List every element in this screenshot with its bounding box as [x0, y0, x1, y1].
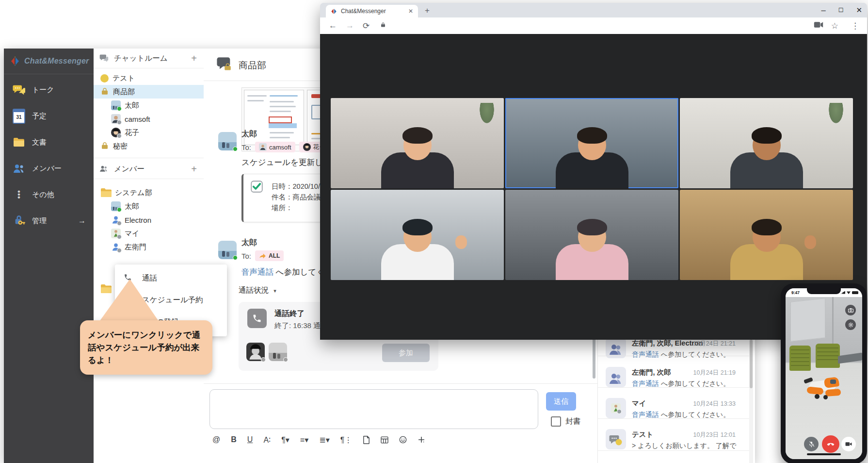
seal-checkbox[interactable]: [551, 416, 561, 427]
messages-scrollbar[interactable]: [749, 333, 753, 463]
voice-call-link[interactable]: 音声通話: [241, 267, 273, 276]
sidebar-item-label: トーク: [32, 85, 54, 95]
paragraph-icon[interactable]: ¶▾: [281, 435, 289, 445]
office-chair: [816, 344, 840, 368]
chatroom-item-花子[interactable]: 花子: [94, 126, 204, 139]
insert-document-icon[interactable]: [363, 436, 370, 444]
document-folder-icon: [13, 136, 25, 149]
maximize-button[interactable]: ☐: [838, 7, 844, 14]
video-tile-4[interactable]: [331, 190, 504, 280]
sidebar-item-2[interactable]: 31予定: [4, 104, 94, 128]
chat-scrollbar[interactable]: [593, 335, 595, 379]
recipient-chip-all[interactable]: ALL: [255, 250, 284, 261]
insert-table-icon[interactable]: [381, 436, 388, 444]
close-button[interactable]: ✕: [856, 6, 862, 15]
sidebar-item-5[interactable]: •••その他: [4, 182, 94, 207]
lock-avatar: [100, 141, 109, 151]
lock-icon: [380, 21, 386, 31]
settings-button[interactable]: [845, 319, 856, 330]
voice-call-link[interactable]: 音声通話: [632, 380, 659, 387]
voice-call-link[interactable]: 音声通話: [632, 350, 659, 358]
gray-presence-dot: [117, 133, 122, 138]
list-item-date: 10月24日 21:19: [693, 369, 736, 377]
at-sign-icon[interactable]: @: [212, 435, 220, 444]
insert-more-icon[interactable]: [418, 436, 425, 444]
member-item-マイ[interactable]: マイ: [94, 227, 204, 240]
sidebar-item-6[interactable]: 管理→: [4, 209, 94, 233]
schedule-subject: 件名：商品会議: [272, 192, 328, 202]
context-menu-label: 通話: [142, 273, 157, 283]
chatroom-header: チャットルーム +: [94, 49, 204, 68]
video-tile-3[interactable]: [680, 98, 853, 188]
duo-blue-avatar: [609, 372, 623, 382]
divider: [204, 383, 597, 384]
chatroom-item-camsoft[interactable]: camsoft: [94, 112, 204, 126]
person-hair: [752, 127, 782, 144]
chatroom-item-太郎[interactable]: 太郎: [94, 99, 204, 112]
member-item-左衛門[interactable]: 左衛門: [94, 240, 204, 254]
underline-icon[interactable]: U: [247, 435, 253, 444]
video-tile-5[interactable]: [505, 190, 678, 280]
phone-camera-button[interactable]: [841, 437, 856, 451]
app-logo-text: Chat&Messenger: [24, 57, 89, 66]
voice-call-link[interactable]: 音声通話: [632, 411, 659, 418]
paragraph-options-icon[interactable]: ¶⋮: [340, 435, 353, 445]
message-list-item-4[interactable]: テスト10月23日 12:01> よろしくお願いします。 了解で: [598, 425, 749, 454]
emoji-icon[interactable]: [399, 436, 407, 444]
bold-icon[interactable]: B: [231, 435, 237, 444]
reload-button[interactable]: ⟳: [363, 21, 370, 31]
message-list-item-2[interactable]: 左衛門, 次郎10月24日 21:19音声通話 へ参加してください。: [598, 363, 749, 392]
sidebar-item-4[interactable]: メンバー: [4, 156, 94, 181]
browser-tab[interactable]: Chat&Messenger ✕: [326, 5, 418, 17]
sidebar-item-1[interactable]: トーク: [4, 78, 94, 102]
participant-avatar: [246, 343, 265, 361]
send-button[interactable]: 送信: [546, 392, 576, 411]
forward-button[interactable]: →: [346, 21, 354, 31]
member-item-システム部[interactable]: システム部: [94, 186, 204, 199]
bookmark-star-icon[interactable]: ☆: [831, 21, 838, 31]
tooltip-text: メンバーにワンクリックで通話やスケジュール予約が出来るよ！: [88, 329, 205, 367]
chatroom-item-商品部[interactable]: 商品部: [94, 85, 204, 99]
tab-favicon: [331, 8, 337, 15]
tab-close-icon[interactable]: ✕: [408, 8, 413, 15]
chatroom-item-テスト[interactable]: テスト: [94, 71, 204, 85]
call-status-toggle[interactable]: 通話状況 ▾: [239, 285, 276, 296]
participant-avatar: [269, 343, 287, 361]
tab-title: Chat&Messenger: [341, 8, 408, 15]
video-tile-6[interactable]: [680, 190, 853, 280]
phone-mic-muted-button[interactable]: [804, 437, 819, 451]
new-tab-button[interactable]: +: [425, 6, 430, 16]
member-item-太郎[interactable]: 太郎: [94, 199, 204, 213]
sidebar-item-3[interactable]: 文書: [4, 130, 94, 154]
list-avatar: [606, 429, 626, 449]
message-input[interactable]: [209, 389, 538, 429]
phone-screen: 9:47: [786, 288, 862, 459]
video-tile-1[interactable]: [331, 98, 504, 188]
gray-presence-dot: [117, 120, 122, 125]
waving-hand: [804, 235, 816, 249]
member-item-Electron[interactable]: Electron: [94, 213, 204, 227]
back-button[interactable]: ←: [329, 21, 337, 31]
phone-hangup-button[interactable]: [822, 435, 839, 453]
flip-camera-button[interactable]: [845, 305, 856, 315]
sidebar-item-label: 文書: [32, 138, 47, 147]
preview-text: へ参加してください。: [659, 350, 730, 358]
sidebar-item-label: 予定: [32, 112, 47, 121]
item-label: 太郎: [125, 101, 139, 110]
add-chatroom-button[interactable]: +: [191, 53, 197, 64]
font-style-icon[interactable]: A∶: [263, 435, 271, 445]
video-tile-2[interactable]: [505, 98, 678, 188]
minimize-button[interactable]: ─: [821, 7, 825, 14]
add-member-button[interactable]: +: [191, 164, 197, 175]
camera-permission-icon[interactable]: [814, 21, 823, 31]
person-hair: [752, 219, 782, 235]
recipient-chip[interactable]: camsoft: [255, 142, 295, 152]
numbered-list-icon[interactable]: ≡▾: [300, 435, 308, 445]
join-call-button[interactable]: 参加: [382, 344, 430, 362]
message-list-item-3[interactable]: マイ10月24日 13:33音声通話 へ参加してください。: [598, 394, 749, 423]
browser-menu-icon[interactable]: ⋮: [851, 21, 859, 31]
person-hair: [577, 127, 607, 144]
bullet-list-icon[interactable]: ≣▾: [319, 435, 329, 445]
divider: [94, 153, 204, 158]
chatroom-item-秘密[interactable]: 秘密: [94, 139, 204, 153]
